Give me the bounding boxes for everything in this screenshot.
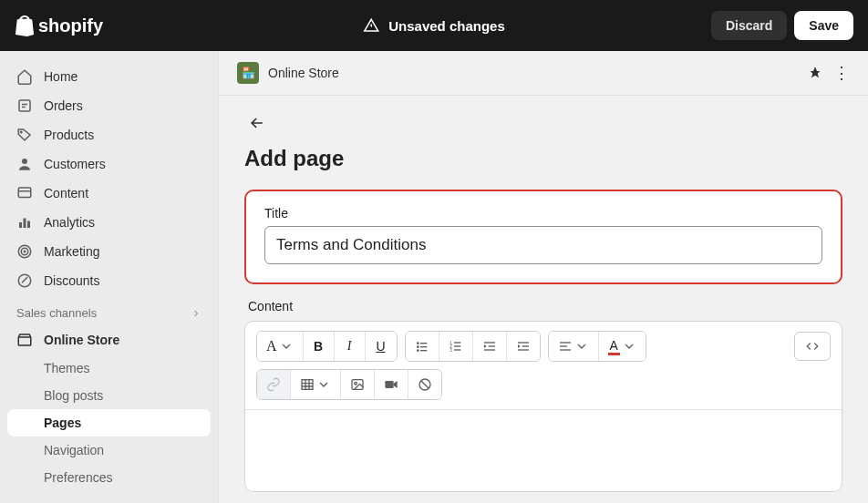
nav-label: Discounts [44, 273, 99, 288]
svg-rect-19 [454, 342, 460, 343]
svg-rect-6 [27, 221, 30, 229]
svg-rect-11 [18, 337, 31, 345]
subnav-themes[interactable]: Themes [0, 354, 218, 382]
nav-marketing[interactable]: Marketing [0, 237, 218, 266]
table-button[interactable] [291, 370, 341, 399]
insert-group [256, 369, 442, 400]
target-icon [16, 243, 33, 260]
breadcrumb-left: 🏪 Online Store [237, 62, 339, 84]
warning-icon [363, 17, 379, 34]
subnav-blog-posts[interactable]: Blog posts [0, 382, 218, 409]
text-color-button[interactable]: A [599, 332, 646, 361]
nav-label: Online Store [44, 333, 119, 347]
breadcrumb-right: ⋮ [808, 63, 850, 83]
svg-rect-13 [420, 343, 427, 344]
svg-rect-21 [454, 345, 460, 346]
svg-point-9 [24, 251, 26, 252]
channels-header-text: Sales channels [16, 306, 97, 320]
svg-rect-31 [560, 345, 567, 346]
svg-rect-30 [560, 342, 571, 343]
subnav-navigation[interactable]: Navigation [0, 436, 218, 464]
nav-label: Products [44, 128, 94, 142]
bold-button[interactable]: B [304, 332, 335, 361]
pin-icon[interactable] [808, 66, 822, 80]
more-icon[interactable]: ⋮ [833, 63, 850, 83]
bullet-list-button[interactable] [406, 332, 439, 361]
svg-rect-36 [385, 381, 393, 388]
nav-content[interactable]: Content [0, 179, 218, 208]
image-button[interactable] [341, 370, 375, 399]
sales-channels-header: Sales channels [0, 295, 218, 325]
underline-button[interactable]: U [366, 332, 397, 361]
nav-label: Customers [44, 157, 106, 171]
chevron-right-icon[interactable] [191, 308, 202, 319]
title-card: Title [244, 190, 842, 284]
svg-rect-17 [420, 350, 427, 351]
nav-label: Analytics [44, 215, 95, 230]
arrow-left-icon [248, 114, 266, 132]
chevron-down-icon [574, 339, 589, 354]
align-color-group: A [548, 331, 646, 362]
save-button[interactable]: Save [794, 11, 853, 40]
nav-home[interactable]: Home [0, 62, 218, 91]
svg-rect-0 [19, 100, 30, 111]
unsaved-text: Unsaved changes [388, 18, 505, 34]
content-label: Content [248, 299, 842, 313]
editor-toolbar: A B I U 123 A [245, 322, 842, 409]
clear-format-button[interactable] [408, 370, 441, 399]
indent-button[interactable] [507, 332, 540, 361]
unsaved-indicator: Unsaved changes [363, 17, 505, 34]
breadcrumb-app-name: Online Store [268, 66, 339, 80]
chevron-down-icon [279, 339, 294, 354]
svg-point-35 [355, 382, 357, 385]
nav-online-store[interactable]: Online Store [0, 325, 218, 354]
nav-analytics[interactable]: Analytics [0, 208, 218, 237]
outdent-button[interactable] [473, 332, 507, 361]
nav-discounts[interactable]: Discounts [0, 266, 218, 295]
breadcrumb: 🏪 Online Store ⋮ [219, 51, 868, 96]
italic-button[interactable]: I [335, 332, 366, 361]
store-icon [16, 332, 33, 348]
list-group: 123 [405, 331, 541, 362]
nav-products[interactable]: Products [0, 120, 218, 149]
editor-body[interactable] [245, 409, 842, 491]
back-button[interactable] [244, 110, 270, 139]
svg-point-1 [21, 131, 23, 133]
chevron-down-icon [316, 377, 331, 392]
brand-text: shopify [38, 15, 103, 36]
numbered-list-button[interactable]: 123 [439, 332, 473, 361]
nav-label: Orders [44, 98, 83, 113]
svg-point-12 [417, 342, 419, 344]
title-input[interactable] [264, 226, 822, 264]
topbar: shopify Unsaved changes Discard Save [0, 0, 868, 51]
subnav-preferences[interactable]: Preferences [0, 464, 218, 491]
nav-customers[interactable]: Customers [0, 149, 218, 179]
code-icon [804, 340, 821, 353]
video-button[interactable] [375, 370, 408, 399]
orders-icon [16, 98, 33, 114]
nav-label: Content [44, 186, 88, 200]
paragraph-format-button[interactable]: A [257, 332, 304, 361]
svg-rect-3 [18, 188, 31, 198]
nav-orders[interactable]: Orders [0, 91, 218, 120]
nav-label: Home [44, 69, 78, 84]
svg-rect-28 [522, 345, 528, 346]
shopify-bag-icon [15, 15, 35, 36]
editor-card: A B I U 123 A [244, 321, 842, 492]
svg-point-2 [22, 159, 27, 164]
svg-rect-25 [488, 345, 494, 346]
svg-rect-26 [484, 349, 495, 350]
subnav-pages[interactable]: Pages [7, 409, 211, 436]
html-view-button[interactable] [794, 332, 831, 361]
analytics-icon [16, 214, 33, 231]
discard-button[interactable]: Discard [711, 11, 787, 40]
align-button[interactable] [549, 332, 599, 361]
chevron-down-icon [622, 339, 636, 354]
nav-label: Marketing [44, 244, 99, 259]
discount-icon [16, 272, 33, 289]
svg-rect-15 [420, 346, 427, 347]
title-label: Title [264, 206, 822, 221]
topbar-actions: Discard Save [711, 11, 853, 40]
format-group: A B I U [256, 331, 398, 362]
brand-area: shopify [15, 15, 103, 36]
